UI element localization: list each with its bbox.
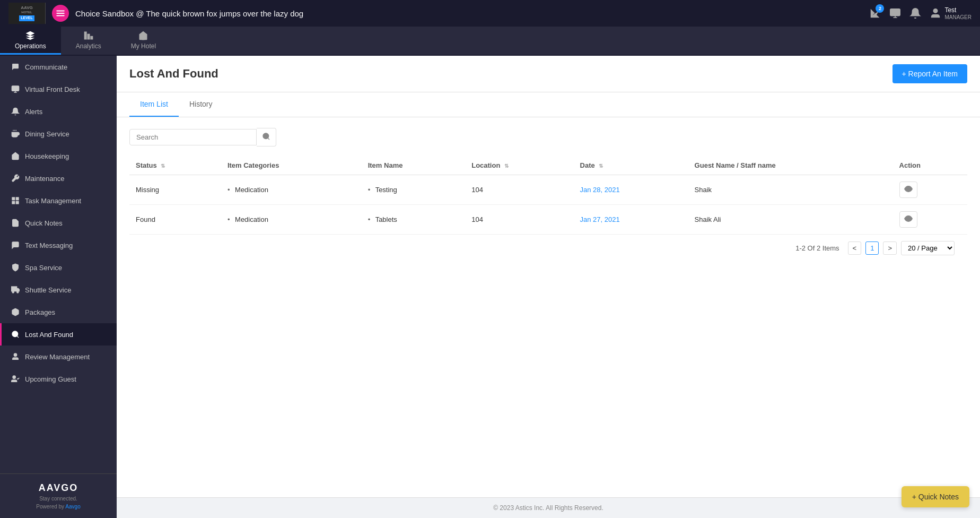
sidebar-item-lost-and-found-label: Lost And Found [25,331,73,339]
svg-point-21 [14,353,16,356]
row1-action [893,175,967,205]
sidebar-item-packages[interactable]: Packages [0,301,117,323]
row1-item-name: • Testing [362,175,466,205]
row2-status: Found [129,205,221,235]
sidebar-item-alerts[interactable]: Alerts [0,100,117,123]
svg-rect-9 [12,197,15,200]
nav-tab-operations-label: Operations [15,42,46,50]
svg-point-22 [13,376,15,378]
sidebar-item-communicate[interactable]: Communicate [0,56,117,78]
table-area: Status ⇅ Item Categories Item Name Locat… [117,117,980,272]
eye-icon [904,214,913,223]
topbar-title: Choice Sandbox @ The quick brown fox jum… [75,9,869,18]
sidebar-item-upcoming-guest-label: Upcoming Guest [25,375,76,383]
table-header: Status ⇅ Item Categories Item Name Locat… [129,156,967,175]
topbar-actions: 2 Test MANAGER [869,6,972,20]
sidebar-item-lost-and-found[interactable]: Lost And Found [0,323,117,346]
sidebar-item-housekeeping[interactable]: Housekeeping [0,145,117,167]
sidebar-item-dining-service-label: Dining Service [25,130,69,138]
nav-tab-analytics-label: Analytics [76,42,101,50]
user-role: MANAGER [944,14,972,20]
search-button[interactable] [257,128,276,146]
col-guest-staff-name: Guest Name / Staff name [688,156,893,175]
quick-notes-button[interactable]: + Quick Notes [902,486,969,507]
next-page-button[interactable]: > [883,241,897,255]
sidebar-item-text-messaging[interactable]: Text Messaging [0,234,117,256]
sidebar-item-spa-service[interactable]: Spa Service [0,256,117,279]
tab-history[interactable]: History [179,92,223,117]
topbar-logo-text: AAVG HOTEL LEVEL [19,5,34,21]
layout: Communicate Virtual Front Desk Alerts Di… [0,56,980,518]
bullet-icon: • [228,186,230,194]
sidebar-footer-tagline: Stay connected. [8,496,108,502]
sidebar-item-virtual-front-desk[interactable]: Virtual Front Desk [0,78,117,100]
svg-rect-0 [890,9,900,16]
analytics-badge: 2 [876,4,884,13]
svg-marker-16 [17,288,20,291]
nav-tab-analytics[interactable]: Analytics [61,27,116,55]
row2-date: Jan 27, 2021 [574,205,688,235]
row2-item-name: • Tablets [362,205,466,235]
row1-guest-staff-name: Shaik [688,175,893,205]
sidebar-item-alerts-label: Alerts [25,108,42,116]
search-bar [129,128,967,146]
svg-point-18 [17,291,19,293]
sidebar-item-task-management-label: Task Management [25,197,81,205]
nav-tab-my-hotel[interactable]: My Hotel [116,27,171,55]
search-input[interactable] [129,129,257,145]
sidebar-item-upcoming-guest[interactable]: Upcoming Guest [0,368,117,390]
sidebar-footer-logo: AAVGO [8,482,108,494]
bell-icon-btn[interactable] [909,7,921,19]
svg-rect-2 [84,31,86,39]
col-item-categories: Item Categories [221,156,362,175]
sidebar-item-spa-service-label: Spa Service [25,264,62,272]
page-size-select[interactable]: 20 / Page 50 / Page 100 / Page [901,241,955,255]
table-body: Missing • Medication • Testing 104 [129,175,967,235]
col-date[interactable]: Date ⇅ [574,156,688,175]
row2-location: 104 [465,205,573,235]
sidebar-footer-link[interactable]: Aavgo [65,504,80,510]
search-icon [262,132,270,141]
nav-tab-operations[interactable]: Operations [0,27,61,55]
nav-tab-my-hotel-label: My Hotel [131,42,156,50]
pagination: 1-2 Of 2 Items < 1 > 20 / Page 50 / Page… [129,235,967,262]
col-location[interactable]: Location ⇅ [465,156,573,175]
topbar-user[interactable]: Test MANAGER [930,6,972,20]
sidebar-item-maintenance[interactable]: Maintenance [0,167,117,189]
row2-view-button[interactable] [899,211,917,228]
topbar: AAVG HOTEL LEVEL Choice Sandbox @ The qu… [0,0,980,27]
sidebar-item-quick-notes[interactable]: Quick Notes [0,212,117,234]
svg-point-17 [12,291,14,293]
sidebar-item-virtual-front-desk-label: Virtual Front Desk [25,85,80,93]
page-1-button[interactable]: 1 [865,241,879,255]
monitor-icon-btn[interactable] [889,7,901,19]
sidebar-item-task-management[interactable]: Task Management [0,189,117,212]
row1-status: Missing [129,175,221,205]
svg-rect-15 [12,287,17,291]
svg-rect-4 [90,36,93,39]
svg-point-1 [934,9,938,13]
sort-icon-status: ⇅ [161,163,165,169]
sidebar-item-review-management[interactable]: Review Management [0,346,117,368]
prev-page-button[interactable]: < [848,241,862,255]
sidebar-item-dining-service[interactable]: Dining Service [0,123,117,145]
col-status[interactable]: Status ⇅ [129,156,221,175]
sort-icon-date: ⇅ [599,163,603,169]
content-tabs: Item List History [117,92,980,117]
row1-view-button[interactable] [899,182,917,198]
svg-rect-11 [16,201,19,204]
svg-point-23 [263,133,269,139]
bullet-icon: • [228,215,230,223]
sidebar: Communicate Virtual Front Desk Alerts Di… [0,56,117,518]
sidebar-footer-powered: Powered by Aavgo [8,504,108,510]
sidebar-item-text-messaging-label: Text Messaging [25,241,73,249]
tab-item-list[interactable]: Item List [129,92,179,117]
sort-icon-location: ⇅ [504,163,509,169]
sidebar-nav: Communicate Virtual Front Desk Alerts Di… [0,56,117,473]
sidebar-item-shuttle-service[interactable]: Shuttle Service [0,279,117,301]
analytics-icon-btn[interactable]: 2 [869,7,881,19]
report-item-button[interactable]: + Report An Item [892,64,967,83]
pagination-info: 1-2 Of 2 Items [795,244,839,252]
row1-item-categories: • Medication [221,175,362,205]
sidebar-item-maintenance-label: Maintenance [25,175,64,183]
